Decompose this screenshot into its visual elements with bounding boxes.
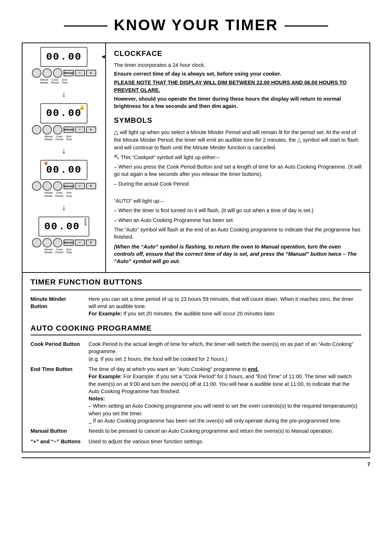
bell-paragraph: △ will light up when you select a Minute… [114,128,362,151]
clockface-heading: CLOCKFACE [114,48,362,58]
end-time-content: The time of day at which you want an "Au… [89,364,362,426]
minute-minder-label: Minute Minder Button [30,294,89,319]
auto-line2: – When an Auto Cooking Programme has bee… [114,217,362,224]
timer-function-table: Minute Minder Button Here you can set a … [30,294,362,319]
timer-display-1: 00.00 [40,47,87,67]
cook-period-label: Cook Period Button [30,339,89,364]
buttons-row-1: Manual – + [32,68,96,78]
btn-plus-4: + [86,239,96,246]
diagram-1: 00.00 ◄ Manual – + MinuteMinder CookPeri… [25,47,102,85]
btn-circle [42,181,52,191]
btn-circle [32,125,41,134]
arrow-down-2: ↓ [25,147,102,155]
btn-minus-3: – [75,183,85,189]
btn-minus-2: – [75,126,85,133]
bell-icon-2: 🔔 [79,105,85,111]
clockface-underline: PLEASE NOTE THAT THE DISPLAY WILL DIM BE… [114,80,347,93]
btn-manual-4: Manual [64,239,74,246]
manual-content: Needs to be pressed to cancel an Auto Co… [89,426,362,436]
cookpot-line2: – During the actual Cook Period. [114,180,362,187]
btn-circle-3 [53,68,62,78]
auto-italic: (When the “Auto” symbol is flashing, to … [114,243,362,265]
digit-group: 00 [68,163,82,177]
diagram-3: 🫕 00.00 Manual – + MinuteMinder CookPeri… [25,160,102,198]
page-number: 7 [22,457,370,468]
btn-circle [42,238,52,247]
btn-circle [32,181,41,191]
clockface-line1: The timer incorporates a 24 hour clock. [114,61,362,69]
btn-circle [32,238,41,247]
btn-circle [53,238,62,247]
auto-label: AUTO [84,218,88,226]
timer-display-4: 00.00 AUTO [38,217,89,237]
buttons-row-4: Manual – + [32,238,96,247]
cookpot-intro: This “Cookpot” symbol will light up eith… [121,154,220,160]
clockface-section: CLOCKFACE The timer incorporates a 24 ho… [114,48,362,110]
symbols-heading: SYMBOLS [114,115,362,125]
labels-row-3: MinuteMinder CookPeriod EndTime [43,191,85,198]
btn-manual-3: Manual [64,183,74,189]
digit-group: 00 [66,219,80,234]
cookpot-line1: – When you press the Cook Period Button … [114,163,362,178]
btn-circle-2 [42,68,52,78]
bell-symbol-inline: △ [297,137,303,143]
manual-row: Manual Button Needs to be pressed to can… [30,426,362,436]
btn-minus-4: – [75,239,85,246]
cookpot-symbol: ⛏ [114,154,119,160]
btn-plus-2: + [86,126,96,133]
auto-line1: – When the timer is first turned on it w… [114,207,362,214]
diagram-4: 00.00 AUTO Manual – + MinuteMinder CookP… [25,217,102,254]
auto-line3: The “Auto” symbol will flash at the end … [114,226,362,241]
clockface-line4: However, should you operate the timer du… [114,95,362,110]
auto-intro: “AUTO” will light up:– [114,197,362,205]
manual-label: Manual Button [30,426,89,436]
btn-circle [42,125,52,134]
digit-group: 00 [68,50,82,64]
labels-row-2: MinuteMinder CookPeriod EndTime [43,135,85,141]
digit-group: 00 [46,50,60,64]
auto-cooking-table: Cook Period Button Cook Period is the ac… [30,339,362,447]
minute-minder-content: Here you can set a time period of up to … [89,294,362,319]
symbols-section: SYMBOLS △ will light up when you select … [114,115,362,265]
buttons-row-2: Manual – + [32,125,96,134]
cookpot-paragraph: ⛏ This “Cookpot” symbol will light up ei… [114,153,362,161]
end-time-label: End Time Button [30,364,89,426]
btn-manual-1: Manual [64,70,74,76]
auto-cooking-heading: AUTO COOKING PROGRAMME [30,323,362,335]
arrow-down-3: ↓ [25,203,102,211]
btn-plus-3: + [86,183,96,189]
plus-minus-content: Used to adjust the various timer functio… [89,436,362,447]
diagrams-column: 00.00 ◄ Manual – + MinuteMinder CookPeri… [23,43,106,273]
btn-circle [53,125,62,134]
end-time-row: End Time Button The time of day at which… [30,364,362,426]
btn-plus-1: + [86,70,96,76]
buttons-row-3: Manual – + [32,181,96,191]
bell-symbol: △ [114,129,118,135]
cook-period-content: Cook Period is the actual length of time… [89,339,362,364]
plus-minus-row: “+” and “–” Buttons Used to adjust the v… [30,436,362,447]
right-column: CLOCKFACE The timer incorporates a 24 ho… [106,43,369,273]
cook-period-row: Cook Period Button Cook Period is the ac… [30,339,362,364]
page-title: KNOW YOUR TIMER [22,15,370,36]
labels-row-1: MinuteMinder CookPeriod EndTime [39,78,89,85]
timer-display-2: 00.00 🔔 [40,103,87,123]
btn-circle [53,181,62,191]
plus-minus-label: “+” and “–” Buttons [30,436,89,447]
minute-minder-row: Minute Minder Button Here you can set a … [30,294,362,319]
timer-function-heading: TIMER FUNCTION BUTTONS [30,276,362,290]
btn-minus-1: – [75,70,85,76]
timer-display-3: 🫕 00.00 [40,160,87,180]
cookpot-icon: 🫕 [43,161,49,166]
clockface-line2: Ensure correct time of day is always set… [114,70,362,77]
timer-function-section: TIMER FUNCTION BUTTONS Minute Minder But… [22,273,370,452]
digit-group: 00 [44,219,58,234]
btn-circle-1 [32,68,41,78]
digit-group: 00 [46,106,60,120]
btn-manual-2: Manual [64,126,74,133]
arrow-down-1: ↓ [25,90,102,98]
right-arrow-1: ◄ [100,53,106,61]
labels-row-4: MinuteMinder CookPeriod EndTime [43,248,85,254]
diagram-2: 00.00 🔔 Manual – + MinuteMinder CookPeri… [25,103,102,141]
clockface-line3: PLEASE NOTE THAT THE DISPLAY WILL DIM BE… [114,79,362,94]
